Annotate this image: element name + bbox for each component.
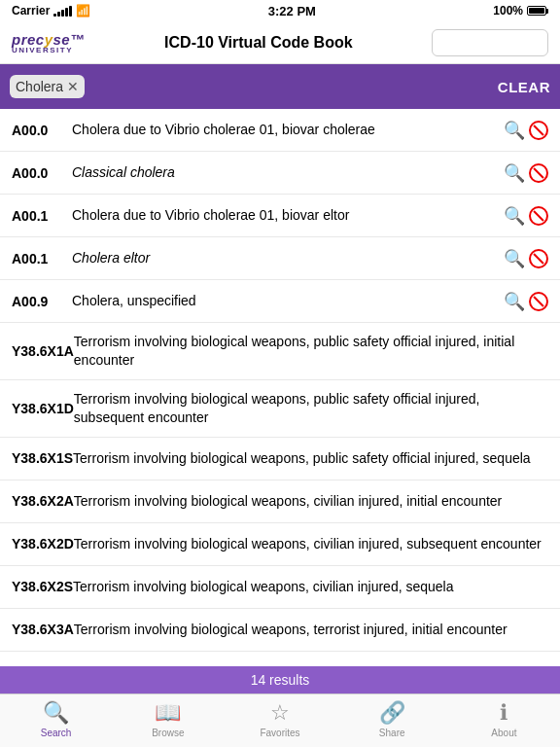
result-description: Terrorism involving biological weapons, … (74, 535, 548, 553)
result-code: A00.9 (12, 294, 72, 309)
table-row[interactable]: Y38.6X1STerrorism involving biological w… (0, 438, 560, 480)
about-tab-icon: ℹ (500, 700, 508, 726)
result-description: Terrorism involving biological weapons, … (73, 578, 548, 596)
result-actions: 🔍 (504, 205, 548, 227)
tab-favorites[interactable]: ☆Favorites (224, 700, 335, 738)
wifi-icon: 📶 (76, 4, 90, 18)
search-tab-label: Search (41, 728, 72, 738)
result-description: Classical cholera (72, 163, 498, 182)
table-row[interactable]: A00.1Cholera due to Vibrio cholerae 01, … (0, 195, 560, 237)
result-code: A00.0 (12, 123, 72, 138)
search-tag-label: Cholera (16, 79, 63, 94)
result-actions: 🔍 (504, 248, 548, 269)
search-tag: Cholera ✕ (10, 75, 85, 98)
result-description: Cholera eltor (72, 249, 498, 267)
search-tab-icon: 🔍 (43, 700, 69, 726)
table-row[interactable]: Y38.6X3ATerrorism involving biological w… (0, 609, 560, 652)
no-icon[interactable] (529, 292, 548, 311)
results-list: A00.0Cholera due to Vibrio cholerae 01, … (0, 109, 560, 666)
table-row[interactable]: Y38.6X2DTerrorism involving biological w… (0, 523, 560, 566)
table-row[interactable]: A00.9Cholera, unspecified🔍 (0, 280, 560, 323)
results-count: 14 results (251, 672, 310, 688)
logo: precyse™ UNIVERSITY (12, 31, 86, 54)
search-icon[interactable]: 🔍 (504, 291, 525, 312)
result-description: Terrorism involving biological weapons, … (73, 449, 548, 468)
tab-about[interactable]: ℹAbout (448, 700, 560, 738)
share-tab-icon: 🔗 (379, 700, 405, 726)
result-description: Cholera due to Vibrio cholerae 01, biova… (72, 206, 498, 225)
tab-browse[interactable]: 📖Browse (112, 700, 224, 738)
tab-search[interactable]: 🔍Search (0, 700, 112, 738)
result-code: Y38.6X2A (12, 493, 74, 509)
tab-share[interactable]: 🔗Share (336, 700, 448, 738)
table-row[interactable]: A00.0Classical cholera🔍 (0, 152, 560, 195)
table-row[interactable]: Y38.6X2STerrorism involving biological w… (0, 566, 560, 609)
no-icon[interactable] (529, 206, 548, 226)
result-actions: 🔍 (504, 291, 548, 312)
result-code: Y38.6X2S (12, 579, 73, 594)
search-icon[interactable]: 🔍 (504, 248, 525, 269)
page-title: ICD-10 Virtual Code Book (93, 34, 424, 52)
favorites-tab-icon: ☆ (270, 700, 290, 726)
browse-tab-label: Browse (152, 728, 184, 738)
about-tab-label: About (491, 728, 516, 738)
table-row[interactable]: Y38.6X1DTerrorism involving biological w… (0, 380, 560, 438)
logo-university: UNIVERSITY (12, 46, 73, 54)
result-actions: 🔍 (504, 162, 548, 184)
result-code: A00.1 (12, 251, 72, 267)
status-right: 100% (493, 4, 548, 18)
no-icon[interactable] (529, 249, 548, 268)
clear-button[interactable]: CLEAR (498, 79, 550, 95)
search-icon[interactable]: 🔍 (504, 205, 525, 227)
signal-icon (53, 5, 72, 17)
battery-icon (527, 6, 548, 16)
carrier-label: Carrier (12, 4, 50, 18)
search-tag-remove[interactable]: ✕ (67, 79, 79, 94)
result-code: Y38.6X3A (12, 622, 74, 637)
no-icon[interactable] (529, 121, 548, 140)
tab-bar: 🔍Search📖Browse☆Favorites🔗ShareℹAbout (0, 694, 560, 747)
status-bar: Carrier 📶 3:22 PM 100% (0, 0, 560, 21)
result-code: Y38.6X2D (12, 536, 74, 551)
result-code: A00.1 (12, 208, 72, 224)
table-row[interactable]: Y38.6X1ATerrorism involving biological w… (0, 323, 560, 380)
result-code: A00.0 (12, 165, 72, 181)
share-tab-label: Share (379, 728, 405, 738)
battery-label: 100% (493, 4, 523, 18)
browse-tab-icon: 📖 (155, 700, 181, 726)
result-description: Terrorism involving biological weapons, … (74, 333, 548, 370)
results-count-bar: 14 results (0, 666, 560, 694)
result-actions: 🔍 (504, 120, 548, 141)
table-row[interactable]: A00.0Cholera due to Vibrio cholerae 01, … (0, 109, 560, 152)
result-description: Cholera, unspecified (72, 292, 498, 310)
search-icon[interactable]: 🔍 (504, 162, 525, 184)
table-row[interactable]: Y38.6X3DTerrorism involving biological w… (0, 652, 560, 666)
header: precyse™ UNIVERSITY ICD-10 Virtual Code … (0, 21, 560, 64)
time-display: 3:22 PM (268, 4, 316, 18)
result-code: Y38.6X1S (12, 450, 73, 466)
favorites-tab-label: Favorites (260, 728, 299, 738)
table-row[interactable]: A00.1Cholera eltor🔍 (0, 237, 560, 280)
result-description: Terrorism involving biological weapons, … (74, 492, 548, 511)
table-row[interactable]: Y38.6X2ATerrorism involving biological w… (0, 480, 560, 523)
result-description: Terrorism involving biological weapons, … (74, 621, 548, 639)
search-icon[interactable]: 🔍 (504, 120, 525, 141)
result-description: Terrorism involving biological weapons, … (74, 390, 548, 427)
result-code: Y38.6X1D (12, 401, 74, 416)
status-left: Carrier 📶 (12, 4, 90, 18)
result-code: Y38.6X1A (12, 343, 74, 359)
header-search-input[interactable] (432, 29, 548, 56)
search-bar: Cholera ✕ CLEAR (0, 64, 560, 109)
result-description: Cholera due to Vibrio cholerae 01, biova… (72, 121, 498, 139)
no-icon[interactable] (529, 163, 548, 183)
